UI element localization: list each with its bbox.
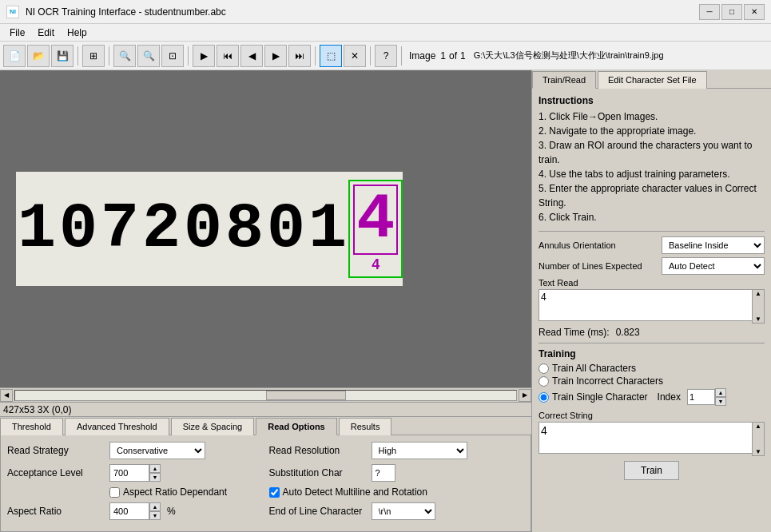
train-incorrect-radio[interactable] bbox=[539, 376, 549, 387]
correct-string-wrapper: 4 ▲ ▼ bbox=[539, 422, 765, 456]
menu-bar: File Edit Help bbox=[0, 24, 771, 42]
zoom-fit-button[interactable]: ⊡ bbox=[161, 45, 184, 67]
text-read-scroll-down[interactable]: ▼ bbox=[753, 316, 764, 323]
menu-help[interactable]: Help bbox=[61, 26, 93, 40]
separator-1 bbox=[539, 231, 765, 232]
read-strategy-select[interactable]: Conservative Aggressive bbox=[109, 442, 205, 459]
instructions-text: 1. Click File→Open Images. 2. Navigate t… bbox=[539, 109, 765, 224]
digit-7: 0 bbox=[265, 197, 307, 261]
text-read-scroll-up[interactable]: ▲ bbox=[753, 290, 764, 297]
help-button[interactable]: ? bbox=[375, 45, 397, 67]
aspect-ratio-row: Aspect Ratio 400 ▲ ▼ % bbox=[7, 502, 263, 520]
index-label: Index bbox=[658, 391, 681, 403]
read-options-col2: Read Resolution Low Medium High Substitu… bbox=[269, 442, 525, 525]
train-single-label: Train Single Character bbox=[552, 391, 648, 403]
train-all-radio[interactable] bbox=[539, 363, 549, 374]
zoom-out-button[interactable]: 🔍 bbox=[137, 45, 160, 67]
selected-digit-box: 4 4 bbox=[348, 180, 403, 278]
text-read-textarea[interactable]: 4 bbox=[539, 289, 765, 321]
open-button[interactable]: 📂 bbox=[27, 45, 50, 67]
scrollbar-thumb[interactable] bbox=[266, 391, 346, 400]
tab-advanced-threshold[interactable]: Advanced Threshold bbox=[65, 418, 169, 435]
play-button[interactable]: ▶ bbox=[193, 45, 215, 67]
sep4 bbox=[315, 46, 316, 66]
prev-button[interactable]: ◀ bbox=[240, 45, 263, 67]
acceptance-level-label: Acceptance Level bbox=[7, 467, 103, 478]
scroll-right-button[interactable]: ▶ bbox=[519, 389, 531, 402]
window-controls: ─ □ ✕ bbox=[699, 4, 765, 20]
annulus-orientation-row: Annulus Orientation Baseline Inside Base… bbox=[539, 236, 765, 254]
main-container: ▲ 1 0 7 2 0 8 0 1 4 bbox=[0, 70, 771, 532]
menu-file[interactable]: File bbox=[3, 26, 31, 40]
train-all-row: Train All Characters bbox=[539, 363, 765, 374]
instruction-3: 3. Draw an ROI around the characters you… bbox=[539, 138, 765, 167]
train-single-radio[interactable] bbox=[539, 392, 549, 403]
selected-digit-label: 4 bbox=[372, 256, 380, 273]
read-resolution-select[interactable]: Low Medium High bbox=[372, 442, 467, 459]
tab-threshold[interactable]: Threshold bbox=[0, 418, 63, 435]
sep2 bbox=[109, 46, 109, 66]
aspect-ratio-down[interactable]: ▼ bbox=[149, 511, 161, 520]
right-tab-edit-charset[interactable]: Edit Character Set File bbox=[598, 71, 707, 89]
instruction-1: 1. Click File→Open Images. bbox=[539, 109, 765, 124]
scroll-left-button[interactable]: ◀ bbox=[0, 389, 13, 402]
right-tabs: Train/Read Edit Character Set File bbox=[532, 70, 771, 89]
acceptance-level-down[interactable]: ▼ bbox=[149, 473, 161, 482]
minimize-button[interactable]: ─ bbox=[699, 4, 720, 20]
maximize-button[interactable]: □ bbox=[721, 4, 742, 20]
digit-1: 1 bbox=[16, 197, 58, 261]
acceptance-level-input[interactable]: 700 bbox=[109, 464, 149, 482]
right-tab-train-read[interactable]: Train/Read bbox=[532, 71, 596, 89]
correct-string-textarea[interactable]: 4 bbox=[539, 422, 765, 454]
eol-label: End of Line Character bbox=[269, 506, 365, 517]
image-status-bar: 427x53 3X (0,0) bbox=[0, 402, 531, 416]
tab-results[interactable]: Results bbox=[339, 418, 392, 435]
close-button[interactable]: ✕ bbox=[744, 4, 765, 20]
num-lines-select[interactable]: Auto Detect 1 2 3 bbox=[662, 257, 765, 275]
correct-string-scrollbar: ▲ ▼ bbox=[752, 422, 765, 456]
new-button[interactable]: 📄 bbox=[3, 45, 26, 67]
next-button[interactable]: ▶ bbox=[264, 45, 287, 67]
zoom-in-button[interactable]: 🔍 bbox=[113, 45, 136, 67]
index-input[interactable]: 1 bbox=[687, 389, 715, 405]
scrollbar-track[interactable] bbox=[14, 390, 517, 401]
digit-4: 2 bbox=[141, 197, 182, 261]
tab-bar: Threshold Advanced Threshold Size & Spac… bbox=[0, 417, 531, 435]
last-button[interactable]: ⏭ bbox=[288, 45, 311, 67]
sep6 bbox=[401, 46, 402, 66]
tab-read-options[interactable]: Read Options bbox=[256, 418, 337, 435]
correct-string-scroll-up[interactable]: ▲ bbox=[753, 423, 764, 430]
training-section: Training Train All Characters Train Inco… bbox=[539, 348, 765, 406]
train-button[interactable]: Train bbox=[624, 461, 679, 480]
menu-edit[interactable]: Edit bbox=[31, 26, 61, 40]
index-up[interactable]: ▲ bbox=[715, 388, 726, 397]
index-down[interactable]: ▼ bbox=[715, 397, 726, 406]
draw-roi-button[interactable]: ⬚ bbox=[320, 45, 342, 67]
first-button[interactable]: ⏮ bbox=[217, 45, 239, 67]
substitution-char-input[interactable]: ? bbox=[372, 464, 395, 482]
aspect-ratio-up[interactable]: ▲ bbox=[149, 502, 161, 511]
auto-detect-checkbox[interactable] bbox=[269, 487, 280, 498]
train-incorrect-row: Train Incorrect Characters bbox=[539, 375, 765, 387]
correct-string-scroll-down[interactable]: ▼ bbox=[753, 448, 764, 455]
image-status-text: 427x53 3X (0,0) bbox=[3, 404, 71, 415]
acceptance-level-up[interactable]: ▲ bbox=[149, 464, 161, 473]
aspect-ratio-dep-checkbox-wrapper: Aspect Ratio Dependant bbox=[109, 486, 227, 498]
roi-button[interactable]: ⊞ bbox=[82, 45, 105, 67]
aspect-ratio-input[interactable]: 400 bbox=[109, 502, 149, 520]
read-strategy-row: Read Strategy Conservative Aggressive bbox=[7, 442, 263, 459]
read-time-label: Read Time (ms): bbox=[539, 327, 610, 338]
clear-roi-button[interactable]: ✕ bbox=[344, 45, 366, 67]
train-single-row: Train Single Character Index 1 ▲ ▼ bbox=[539, 388, 765, 406]
acceptance-level-spinner: 700 ▲ ▼ bbox=[109, 464, 161, 482]
aspect-ratio-dep-checkbox[interactable] bbox=[109, 487, 120, 498]
acceptance-level-row: Acceptance Level 700 ▲ ▼ bbox=[7, 464, 263, 482]
text-read-label: Text Read bbox=[539, 278, 765, 288]
train-incorrect-label: Train Incorrect Characters bbox=[552, 375, 663, 387]
tab-size-spacing[interactable]: Size & Spacing bbox=[171, 418, 255, 435]
save-button[interactable]: 💾 bbox=[51, 45, 74, 67]
eol-select[interactable]: \r\n \n \r bbox=[372, 502, 435, 520]
read-time-value: 0.823 bbox=[616, 327, 640, 338]
annulus-orientation-select[interactable]: Baseline Inside Baseline Outside bbox=[662, 236, 765, 254]
text-read-section: Text Read 4 ▲ ▼ bbox=[539, 278, 765, 324]
